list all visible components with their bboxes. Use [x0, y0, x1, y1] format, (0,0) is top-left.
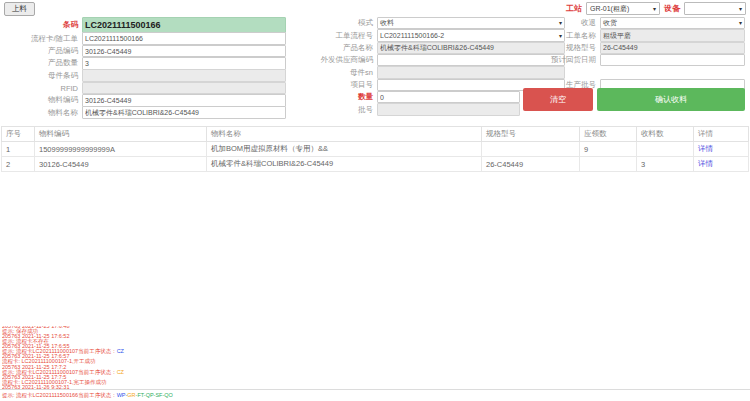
- mode-select[interactable]: 收料 ▾: [377, 17, 565, 30]
- device-label: 设备: [664, 3, 680, 14]
- mode-select-value: 收料: [380, 18, 394, 28]
- field-product-name: 产品名称: [288, 42, 565, 54]
- detail-link[interactable]: 详情: [698, 144, 713, 153]
- col-received-qty: 收料数: [637, 127, 694, 142]
- operation-log: 205763 2021-11-25 17:6:48 提示: 保存成功 20576…: [2, 326, 748, 390]
- material-code-label: 物料编码: [2, 95, 82, 105]
- rfid-label: RFID: [2, 84, 82, 93]
- col-material-name: 物料名称: [207, 127, 482, 142]
- product-qty-input[interactable]: [82, 57, 286, 70]
- cell-required-qty: [580, 157, 637, 172]
- form-column-right: 收退 收货 ▾ 工单名称 规格型号 预计回货日期 生产批号: [538, 17, 745, 91]
- spec-model-input: [600, 42, 745, 55]
- status-text: 提示: 流程卡LC2021111500166当前工序状态：: [2, 392, 117, 398]
- parent-sn-label: 母件sn: [288, 68, 377, 78]
- field-workorder-flow: 工单流程号 LC2021111500166-2 ▾: [288, 29, 565, 41]
- product-qty-label: 产品数量: [2, 58, 82, 68]
- batch-no-label: 批号: [288, 105, 377, 115]
- flow-card-label: 流程卡/随工单: [2, 34, 82, 44]
- workorder-flow-select[interactable]: LC2021111500166-2 ▾: [377, 29, 565, 42]
- product-code-label: 产品编码: [2, 46, 82, 56]
- quantity-label: 数量: [288, 92, 377, 102]
- clear-button[interactable]: 清空: [523, 88, 593, 111]
- col-seq: 序号: [2, 127, 35, 142]
- cell-seq: 1: [2, 142, 35, 157]
- route-step: WP-: [117, 392, 128, 398]
- field-parent-barcode: 母件条码: [2, 70, 286, 82]
- cell-received-qty: [637, 142, 694, 157]
- field-material-name: 物料名称: [2, 107, 286, 119]
- expected-return-date-label: 预计回货日期: [538, 55, 600, 65]
- field-receive-return: 收退 收货 ▾: [538, 17, 745, 29]
- col-detail: 详情: [694, 127, 749, 142]
- spacer-row: [538, 66, 745, 78]
- field-workorder-name: 工单名称: [538, 29, 745, 41]
- field-product-qty: 产品数量: [2, 57, 286, 69]
- station-label: 工站: [566, 3, 582, 14]
- table-row: 2 30126-C45449 机械零件&科瑞COLIBRI&26-C45449 …: [2, 157, 749, 172]
- device-select[interactable]: ▾: [684, 2, 746, 15]
- top-bar: 上料 工站 GR-01(粗磨) ▾ 设备 ▾: [0, 0, 750, 16]
- field-flow-card: 流程卡/随工单: [2, 33, 286, 45]
- project-no-label: 项目号: [288, 80, 377, 90]
- table-row: 1 15099999999999999A 机加BOM用虚拟原材料（专用）&& 9…: [2, 142, 749, 157]
- upload-material-button[interactable]: 上料: [4, 2, 35, 16]
- batch-no-input: [377, 103, 520, 116]
- cell-seq: 2: [2, 157, 35, 172]
- material-name-label: 物料名称: [2, 108, 82, 118]
- field-mode: 模式 收料 ▾: [288, 17, 565, 29]
- parent-barcode-input: [82, 69, 286, 82]
- parent-barcode-label: 母件条码: [2, 71, 82, 81]
- field-spec-model: 规格型号: [538, 42, 745, 54]
- workorder-name-label: 工单名称: [538, 31, 600, 41]
- table-header-row: 序号 物料编码 物料名称 规格型号 应领数 收料数 详情: [2, 127, 749, 142]
- field-material-code: 物料编码: [2, 94, 286, 106]
- material-code-input[interactable]: [82, 94, 286, 107]
- mode-label: 模式: [288, 18, 377, 28]
- cell-received-qty: 3: [637, 157, 694, 172]
- barcode-label: 条码: [2, 20, 82, 30]
- station-select[interactable]: GR-01(粗磨) ▾: [586, 2, 660, 15]
- route-steps-remaining: -FT-QP-SF-QO: [136, 392, 173, 398]
- workorder-name-input: [600, 29, 745, 42]
- station-select-value: GR-01(粗磨): [590, 4, 629, 14]
- cell-material-name: 机加BOM用虚拟原材料（专用）&&: [207, 142, 482, 157]
- product-name-input: [377, 42, 565, 55]
- material-name-input[interactable]: [82, 106, 286, 119]
- field-product-code: 产品编码: [2, 45, 286, 57]
- spec-model-label: 规格型号: [538, 43, 600, 53]
- route-step-current: GR: [127, 392, 135, 398]
- confirm-receive-button[interactable]: 确认收料: [597, 88, 745, 111]
- field-expected-return-date: 预计回货日期: [538, 54, 745, 66]
- status-code: CZ: [117, 369, 124, 375]
- cell-material-name: 机械零件&科瑞COLIBRI&26-C45449: [207, 157, 482, 172]
- field-supplier-code: 外发供应商编码: [288, 54, 565, 66]
- col-spec: 规格型号: [482, 127, 580, 142]
- barcode-input[interactable]: [82, 17, 286, 33]
- field-rfid: RFID: [2, 82, 286, 94]
- field-barcode: 条码: [2, 17, 286, 33]
- material-table: 序号 物料编码 物料名称 规格型号 应领数 收料数 详情 1 150999999…: [1, 126, 749, 172]
- station-device-controls: 工站 GR-01(粗磨) ▾ 设备 ▾: [566, 2, 746, 15]
- flow-card-input[interactable]: [82, 32, 286, 45]
- parent-sn-input: [377, 66, 565, 79]
- chevron-down-icon: ▾: [653, 6, 656, 12]
- cell-required-qty: 9: [580, 142, 637, 157]
- expected-return-date-input[interactable]: [600, 54, 745, 67]
- workorder-flow-value: LC2021111500166-2: [380, 32, 444, 39]
- receive-return-select[interactable]: 收货 ▾: [600, 17, 745, 30]
- cell-material-code: 30126-C45449: [35, 157, 207, 172]
- workorder-flow-label: 工单流程号: [288, 31, 377, 41]
- receive-return-label: 收退: [538, 18, 600, 28]
- rfid-input: [82, 82, 286, 95]
- field-parent-sn: 母件sn: [288, 66, 565, 78]
- status-code: CZ: [117, 348, 124, 354]
- product-code-input[interactable]: [82, 45, 286, 58]
- detail-link[interactable]: 详情: [698, 159, 713, 168]
- supplier-code-input[interactable]: [377, 54, 565, 67]
- cell-material-code: 15099999999999999A: [35, 142, 207, 157]
- cell-spec: 26-C45449: [482, 157, 580, 172]
- quantity-input[interactable]: [377, 91, 520, 104]
- col-required-qty: 应领数: [580, 127, 637, 142]
- chevron-down-icon: ▾: [739, 6, 742, 12]
